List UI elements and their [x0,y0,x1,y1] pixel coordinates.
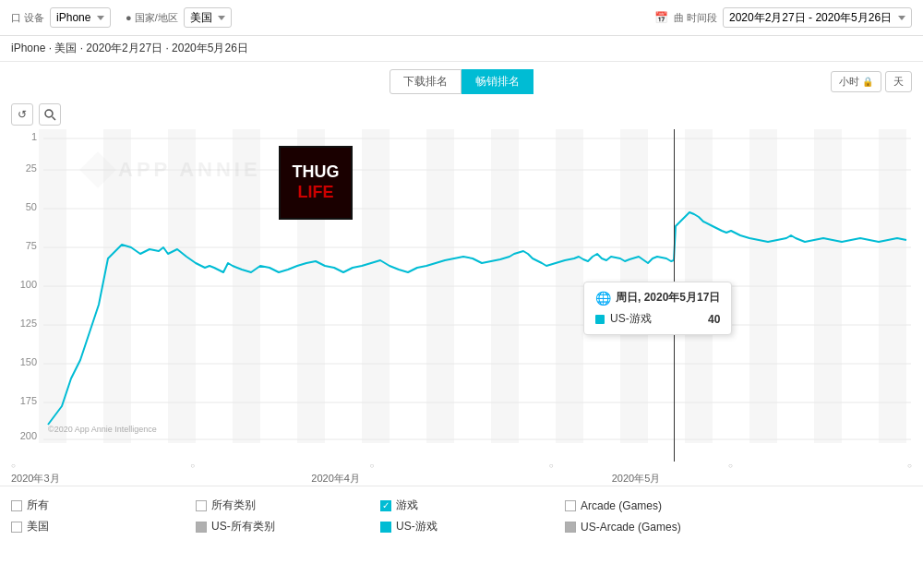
legend-all-categories[interactable]: 所有类别 [196,498,380,513]
color-us-arcade [565,522,576,533]
device-label: 口 设备 [11,11,44,25]
top-bar: 口 设备 iPhone iPad ● 国家/地区 美国 中国 📅 曲 时间段 2… [0,0,923,36]
tooltip-box: 🌐 周日, 2020年5月17日 US-游戏 40 [583,282,732,335]
time-label: 曲 时间段 [674,11,717,25]
hour-button[interactable]: 小时 🔒 [831,71,881,92]
zoom-icon [43,108,56,121]
separator [0,486,923,486]
legend-games[interactable]: ✓ 游戏 [380,498,565,513]
legend-us-all-categories[interactable]: US-所有类别 [196,519,380,534]
time-buttons: 小时 🔒 天 [831,71,912,92]
color-us-games [380,522,391,533]
undo-button[interactable]: ↺ [11,103,33,126]
country-label: ● 国家/地区 [126,11,178,25]
svg-text:50: 50 [26,201,37,212]
globe-icon: 🌐 [595,291,611,306]
svg-text:100: 100 [20,279,37,290]
legend-row-1: 所有 所有类别 ✓ 游戏 Arcade (Games) [11,498,912,513]
legend-all[interactable]: 所有 [11,498,196,513]
chart-toolbar: ↺ [0,100,923,129]
day-button[interactable]: 天 [885,71,912,92]
svg-text:175: 175 [20,395,37,406]
tab-sales[interactable]: 畅销排名 [462,69,533,94]
legend-arcade[interactable]: Arcade (Games) [565,499,749,512]
zoom-button[interactable] [39,103,61,126]
x-label-may: 2020年5月 [612,472,661,486]
time-range-group: 📅 曲 时间段 2020年2月27日 - 2020年5月26日 [654,7,912,28]
device-select[interactable]: iPhone iPad [50,7,111,28]
thug-life-image: THUG LIFE [279,146,353,220]
legend-us-games[interactable]: US-游戏 [380,519,565,534]
svg-point-0 [45,110,53,117]
x-axis-dots: ○ ○ ○ ○ ○ ○ [0,462,923,470]
country-filter-group: ● 国家/地区 美国 中国 [126,7,232,28]
legend-row-2: 美国 US-所有类别 US-游戏 US-Arcade (Games) [11,519,912,534]
checkbox-arcade[interactable] [565,500,576,511]
calendar-icon: 📅 [654,11,668,24]
svg-text:150: 150 [20,356,37,367]
svg-text:125: 125 [20,318,37,329]
color-us-all-categories [196,522,207,533]
legend-area: 所有 所有类别 ✓ 游戏 Arcade (Games) 美国 US-所有类别 U… [0,490,923,542]
tooltip-row: US-游戏 40 [595,311,720,327]
checkbox-all-categories[interactable] [196,500,207,511]
legend-us-arcade[interactable]: US-Arcade (Games) [565,521,749,534]
lock-icon: 🔒 [862,77,873,87]
x-label-april: 2020年4月 [311,472,360,486]
checkbox-us[interactable] [11,522,22,533]
svg-text:25: 25 [26,162,37,174]
svg-text:75: 75 [26,240,37,251]
tooltip-dot [595,315,605,324]
time-range-select[interactable]: 2020年2月27日 - 2020年5月26日 [723,7,912,28]
subtitle: iPhone · 美国 · 2020年2月27日 · 2020年5月26日 [0,36,923,62]
svg-line-1 [53,117,56,121]
country-select[interactable]: 美国 中国 [184,7,232,28]
svg-text:©2020 App Annie Intelligence: ©2020 App Annie Intelligence [48,425,157,434]
x-label-march: 2020年3月 [11,472,60,486]
tooltip-date: 🌐 周日, 2020年5月17日 [595,290,720,306]
checkbox-all[interactable] [11,500,22,511]
svg-text:200: 200 [20,430,37,441]
legend-us[interactable]: 美国 [11,519,196,534]
checkbox-games[interactable]: ✓ [380,500,391,511]
device-filter-group: 口 设备 iPhone iPad [11,7,111,28]
tab-download[interactable]: 下载排名 [390,69,462,94]
chart-area: APP ANNIE THUG LIFE 🌐 周日, 2020年5月17日 US-… [11,129,912,462]
chart-svg: 1 25 50 75 100 125 150 175 200 ©2020 App… [11,129,912,462]
rank-tabs: 下载排名 畅销排名 小时 🔒 天 [0,62,923,100]
svg-text:1: 1 [31,131,37,142]
x-axis-labels: 2020年3月 2020年4月 2020年5月 [0,470,923,486]
